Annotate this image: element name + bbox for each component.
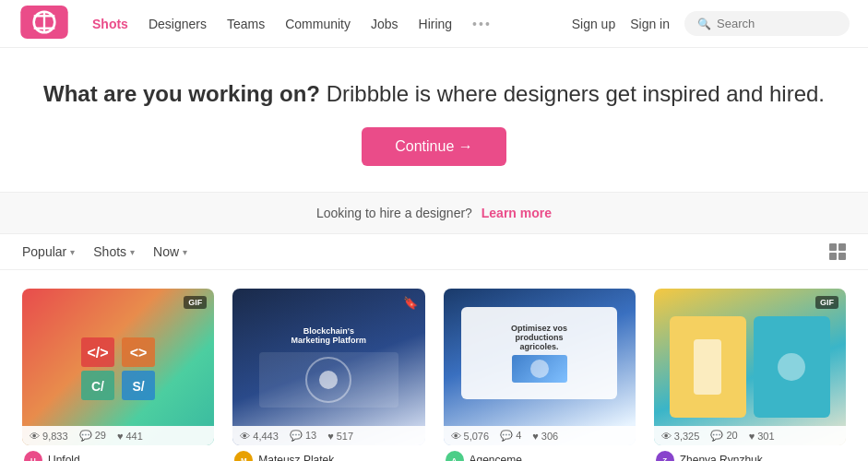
shot-author-1: U Unfold	[22, 445, 214, 461]
filter-popular[interactable]: Popular▾	[22, 244, 75, 259]
gif-badge-1: GIF	[184, 296, 207, 309]
author-avatar-3: A	[446, 451, 464, 461]
nav-hiring[interactable]: Hiring	[419, 17, 453, 31]
author-name-1: Unfold	[48, 454, 80, 461]
search-icon: 🔍	[697, 18, 711, 30]
stats-overlay-4: 👁 3,325💬 20♥ 301	[654, 426, 846, 445]
nav-community[interactable]: Community	[285, 17, 351, 31]
shot-author-3: A Agenceme	[444, 445, 636, 461]
shots-grid: </> <> C/ S/ GIF 👁 9,833💬 29♥ 441 U Unfo…	[0, 270, 868, 461]
shot-card-4[interactable]: GIF 👁 3,325💬 20♥ 301 Z Zhenya Rynzhuk	[654, 289, 846, 461]
learn-more-link[interactable]: Learn more	[482, 206, 552, 220]
nav-more[interactable]: •••	[472, 17, 492, 31]
search-input[interactable]	[717, 17, 837, 30]
nav-links: Shots Designers Teams Community Jobs Hir…	[92, 17, 492, 31]
author-name-3: Agenceme	[470, 454, 522, 461]
hero-question: What are you working on?	[43, 81, 320, 106]
sign-in-link[interactable]: Sign in	[630, 17, 670, 31]
sign-up-link[interactable]: Sign up	[572, 17, 615, 31]
bookmark-icon-2[interactable]: 🔖	[403, 296, 418, 310]
nav-shots[interactable]: Shots	[92, 17, 128, 31]
svg-text:<>: <>	[130, 345, 148, 361]
author-avatar-4: Z	[656, 451, 674, 461]
hero-tagline: What are you working on? Dribbble is whe…	[18, 81, 850, 107]
author-name-2: Mateusz Platek	[258, 454, 334, 461]
navigation: Shots Designers Teams Community Jobs Hir…	[0, 0, 868, 48]
stats-overlay-1: 👁 9,833💬 29♥ 441	[22, 426, 214, 445]
hire-banner: Looking to hire a designer? Learn more	[0, 192, 868, 234]
hire-text: Looking to hire a designer?	[316, 206, 472, 220]
author-avatar-2: M	[234, 451, 253, 461]
shot-author-4: Z Zhenya Rynzhuk	[654, 445, 846, 461]
nav-jobs[interactable]: Jobs	[371, 17, 398, 31]
hero-section: What are you working on? Dribbble is whe…	[0, 48, 868, 192]
shot-card-2[interactable]: Blockchain'sMarketing Platform 🔖 👁 4,443…	[232, 289, 424, 461]
stats-overlay-2: 👁 4,443💬 13♥ 517	[232, 426, 424, 445]
svg-text:</>: </>	[88, 345, 109, 361]
grid-view-toggle[interactable]	[829, 243, 846, 260]
search-box[interactable]: 🔍	[684, 11, 850, 36]
stats-overlay-3: 👁 5,076💬 4♥ 306	[444, 426, 636, 445]
continue-button[interactable]: Continue →	[362, 127, 506, 166]
logo[interactable]	[18, 6, 70, 42]
filter-now[interactable]: Now▾	[153, 244, 187, 259]
author-avatar-1: U	[24, 451, 42, 461]
filter-shots[interactable]: Shots▾	[93, 244, 135, 259]
shot-thumb-4: GIF 👁 3,325💬 20♥ 301	[654, 289, 846, 445]
shot-author-2: M Mateusz Platek	[232, 445, 424, 461]
nav-designers[interactable]: Designers	[149, 17, 207, 31]
shot-thumb-2: Blockchain'sMarketing Platform 🔖 👁 4,443…	[232, 289, 424, 445]
nav-right: Sign up Sign in 🔍	[572, 11, 850, 36]
shot-card-1[interactable]: </> <> C/ S/ GIF 👁 9,833💬 29♥ 441 U Unfo…	[22, 289, 214, 461]
author-name-4: Zhenya Rynzhuk	[680, 454, 763, 461]
filter-bar: Popular▾ Shots▾ Now▾	[0, 234, 868, 270]
shot-card-3[interactable]: Optimisez vosproductionsagricoles. 👁 5,0…	[444, 289, 636, 461]
hero-desc-text: Dribbble is where designers get inspired…	[327, 81, 825, 106]
svg-text:C/: C/	[91, 379, 104, 394]
nav-teams[interactable]: Teams	[227, 17, 265, 31]
svg-text:S/: S/	[133, 379, 145, 394]
shot-thumb-3: Optimisez vosproductionsagricoles. 👁 5,0…	[444, 289, 636, 445]
gif-badge-4: GIF	[815, 296, 838, 309]
shot-thumb-1: </> <> C/ S/ GIF 👁 9,833💬 29♥ 441	[22, 289, 214, 445]
